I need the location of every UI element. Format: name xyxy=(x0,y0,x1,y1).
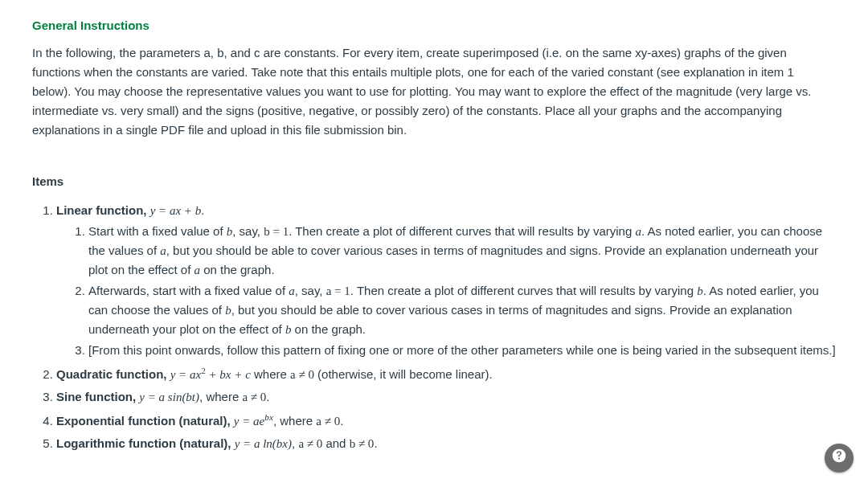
t: , where xyxy=(199,390,242,403)
t: on the graph. xyxy=(291,322,366,336)
mv: a ≠ 0 xyxy=(242,391,266,403)
mv: y = ae xyxy=(234,415,264,428)
mv: a = 1 xyxy=(326,284,350,297)
t: Afterwards, start with a fixed value of xyxy=(88,284,289,297)
item-2: Quadratic function, y = ax2 + bx + c whe… xyxy=(56,363,836,384)
mv: b xyxy=(697,284,703,297)
mv: a ≠ 0 xyxy=(298,437,322,450)
t: . xyxy=(340,414,343,428)
mv: b xyxy=(225,304,231,317)
t: , where xyxy=(273,414,316,428)
mv: b = 1 xyxy=(264,225,289,238)
mv: + bx + c xyxy=(206,368,251,381)
item-3: Sine function, y = a sin(bt), where a ≠ … xyxy=(56,387,836,407)
t: . xyxy=(266,390,269,403)
item-1-eq: y = ax + b xyxy=(150,204,202,217)
t: , say, xyxy=(295,284,326,297)
item-2-title: Quadratic function, xyxy=(56,367,170,381)
items-heading: Items xyxy=(32,172,836,191)
item-1-sublist: Start with a fixed value of b, say, b = … xyxy=(56,222,836,360)
mv: y = a sin(bt) xyxy=(139,391,199,403)
item-1: Linear function, y = ax + b. Start with … xyxy=(56,201,836,360)
t: . Then create a plot of different curves… xyxy=(350,284,697,297)
item-1-1: Start with a fixed value of b, say, b = … xyxy=(88,222,836,280)
item-5-title: Logarithmic function (natural), xyxy=(56,436,235,450)
mv: a ≠ 0 xyxy=(290,368,314,381)
question-icon xyxy=(831,448,847,469)
mv: y = ax xyxy=(170,368,201,381)
t: and xyxy=(322,436,349,450)
item-3-title: Sine function, xyxy=(56,390,139,403)
mv: b ≠ 0 xyxy=(350,437,375,450)
item-4-title: Exponential function (natural), xyxy=(56,414,234,428)
mv: a xyxy=(635,225,641,238)
t: . xyxy=(374,436,377,450)
items-list: Linear function, y = ax + b. Start with … xyxy=(32,201,836,453)
t: where xyxy=(251,367,290,381)
mv: a xyxy=(160,244,166,257)
t: on the graph. xyxy=(200,263,275,276)
t: (otherwise, it will become linear). xyxy=(314,367,493,381)
general-instructions-heading: General Instructions xyxy=(32,16,836,35)
mv: a xyxy=(194,264,200,276)
intro-paragraph: In the following, the parameters a, b, a… xyxy=(32,43,836,140)
t: Start with a fixed value of xyxy=(88,224,227,238)
mv: bx xyxy=(264,412,273,422)
item-1-title-end: . xyxy=(201,203,204,217)
t: . Then create a plot of different curves… xyxy=(289,224,635,238)
mv: a xyxy=(289,284,295,297)
t: , say, xyxy=(232,224,264,238)
help-button[interactable] xyxy=(825,444,854,473)
item-5: Logarithmic function (natural), y = a ln… xyxy=(56,434,836,453)
mv: y = a ln(bx) xyxy=(235,437,292,450)
mv: a ≠ 0 xyxy=(316,415,340,428)
item-4: Exponential function (natural), y = aebx… xyxy=(56,410,836,431)
item-1-2: Afterwards, start with a fixed value of … xyxy=(88,281,836,339)
item-1-title: Linear function, xyxy=(56,203,150,217)
item-1-3: [From this point onwards, follow this pa… xyxy=(88,341,836,360)
